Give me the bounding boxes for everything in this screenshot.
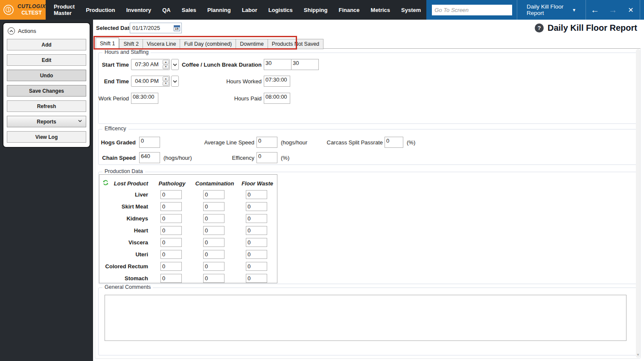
menu-sales[interactable]: Sales: [176, 0, 202, 20]
edit-button[interactable]: Edit: [7, 54, 86, 66]
viscera-floor-waste-input[interactable]: [246, 238, 267, 247]
menu-labor[interactable]: Labor: [236, 0, 263, 20]
break-duration-input-1[interactable]: [264, 59, 291, 70]
menu-system[interactable]: System: [396, 0, 426, 20]
efficency-input[interactable]: [256, 152, 277, 163]
tab-viscera-line[interactable]: Viscera Line: [143, 39, 181, 49]
heart-contamination-input[interactable]: [203, 226, 224, 235]
liver-pathology-input[interactable]: [160, 190, 182, 199]
stomach-floor-waste-input[interactable]: [246, 274, 267, 283]
tab-products-not-saved[interactable]: Products Not Saved: [268, 39, 323, 49]
scroll-down-icon[interactable]: ▼: [636, 353, 640, 357]
help-icon[interactable]: ?: [535, 23, 544, 32]
stomach-pathology-input[interactable]: [160, 274, 182, 283]
kidneys-contamination-input[interactable]: [203, 214, 224, 223]
hours-worked-input[interactable]: [264, 76, 290, 87]
efficency-unit: (%): [281, 155, 289, 161]
selected-date-label: Selected Date: [96, 25, 132, 31]
heart-pathology-input[interactable]: [160, 226, 182, 235]
skirt-meat-floor-waste-input[interactable]: [246, 202, 267, 211]
colored-rectum-pathology-input[interactable]: [160, 262, 182, 271]
uteri-floor-waste-input[interactable]: [246, 250, 267, 259]
menu-qa[interactable]: QA: [157, 0, 176, 20]
view-log-button[interactable]: View Log: [7, 131, 86, 143]
menu-metrics[interactable]: Metrics: [365, 0, 396, 20]
production-table: Lost Product Pathology Contamination Flo…: [99, 174, 277, 283]
topbar-right-section: Daily Kill Floor Report ▼ ← → ✕ ☆: [426, 0, 644, 20]
close-icon[interactable]: ✕: [622, 6, 640, 14]
uteri-contamination-input[interactable]: [203, 250, 224, 259]
go-to-screen-input[interactable]: [432, 5, 512, 15]
menu-inventory[interactable]: Inventory: [121, 0, 157, 20]
work-period-input[interactable]: [131, 93, 158, 104]
date-value: 01/17/2025: [130, 25, 172, 31]
hours-worked-label: Hours Worked: [157, 78, 262, 85]
stomach-contamination-input[interactable]: [203, 274, 224, 283]
actions-panel: Actions Add Edit Undo Save Changes Refre…: [3, 22, 90, 148]
row-label: Stomach: [99, 275, 151, 282]
table-row-uteri: Uteri: [99, 248, 277, 260]
tab-shift-1[interactable]: Shift 1: [96, 38, 119, 49]
menu-product-master[interactable]: Product Master: [48, 0, 80, 20]
collapse-actions-icon[interactable]: [8, 27, 15, 35]
table-row-stomach: Stomach: [99, 272, 277, 284]
date-picker[interactable]: 01/17/2025 15: [130, 23, 182, 33]
table-row-heart: Heart: [99, 224, 277, 236]
liver-contamination-input[interactable]: [203, 190, 224, 199]
viscera-contamination-input[interactable]: [203, 238, 224, 247]
column-contamination: Contamination: [193, 180, 236, 187]
undo-button[interactable]: Undo: [7, 70, 86, 81]
break-duration-input-2[interactable]: [291, 59, 319, 70]
hours-paid-label: Hours Paid: [157, 95, 262, 102]
row-label: Liver: [99, 191, 151, 198]
row-label: Viscera: [99, 239, 151, 246]
start-time-label: Start Time: [98, 62, 129, 68]
liver-floor-waste-input[interactable]: [246, 190, 267, 199]
menu-logistics[interactable]: Logistics: [263, 0, 298, 20]
carcass-split-passrate-unit: (%): [407, 139, 415, 146]
skirt-meat-contamination-input[interactable]: [203, 202, 224, 211]
forward-arrow-icon[interactable]: →: [604, 5, 622, 15]
app-logo[interactable]: CUTLOGIX CLTEST: [0, 0, 46, 20]
uteri-pathology-input[interactable]: [160, 250, 182, 259]
back-arrow-icon[interactable]: ←: [586, 5, 604, 15]
vertical-scrollbar[interactable]: ▼: [636, 49, 640, 358]
calendar-button[interactable]: 15: [172, 23, 181, 33]
skirt-meat-pathology-input[interactable]: [160, 202, 182, 211]
reports-dropdown-button[interactable]: Reports: [7, 116, 86, 127]
save-changes-button[interactable]: Save Changes: [7, 85, 86, 97]
group-title: Efficency: [102, 126, 128, 132]
refresh-icon[interactable]: [102, 179, 109, 186]
menu-finance[interactable]: Finance: [333, 0, 365, 20]
kidneys-floor-waste-input[interactable]: [246, 214, 267, 223]
group-title: Production Data: [102, 168, 145, 174]
menu-planning[interactable]: Planning: [202, 0, 236, 20]
menu-production[interactable]: Production: [80, 0, 121, 20]
environment-name: CLTEST: [21, 10, 42, 16]
colored-rectum-contamination-input[interactable]: [203, 262, 224, 271]
average-line-speed-input[interactable]: [256, 137, 277, 148]
tab-shift-2[interactable]: Shift 2: [119, 39, 143, 49]
tab-downtime[interactable]: Downtime: [236, 39, 268, 49]
favorite-star-icon[interactable]: ☆: [640, 5, 644, 15]
colored-rectum-floor-waste-input[interactable]: [246, 262, 267, 271]
screen-selector-dropdown[interactable]: Daily Kill Floor Report ▼: [517, 0, 586, 20]
carcass-split-passrate-input[interactable]: [385, 137, 403, 148]
column-floor-waste: Floor Waste: [236, 180, 279, 187]
tab-strip: Shift 1 Shift 2 Viscera Line Full Day (c…: [96, 38, 323, 49]
refresh-button[interactable]: Refresh: [7, 100, 86, 112]
heart-floor-waste-input[interactable]: [246, 226, 267, 235]
sidebar: Actions Add Edit Undo Save Changes Refre…: [0, 20, 93, 361]
chevron-down-icon: [78, 120, 82, 122]
table-row-viscera: Viscera: [99, 236, 277, 248]
hours-paid-input[interactable]: [264, 93, 290, 104]
general-comments-input[interactable]: [105, 295, 627, 341]
viscera-pathology-input[interactable]: [160, 238, 182, 247]
menu-shipping[interactable]: Shipping: [298, 0, 333, 20]
tab-full-day-combined[interactable]: Full Day (combined): [180, 39, 236, 49]
add-button[interactable]: Add: [7, 39, 86, 50]
efficency-label: Efficency: [157, 155, 254, 161]
row-label: Heart: [99, 227, 151, 234]
kidneys-pathology-input[interactable]: [160, 214, 182, 223]
table-row-liver: Liver: [99, 188, 277, 200]
